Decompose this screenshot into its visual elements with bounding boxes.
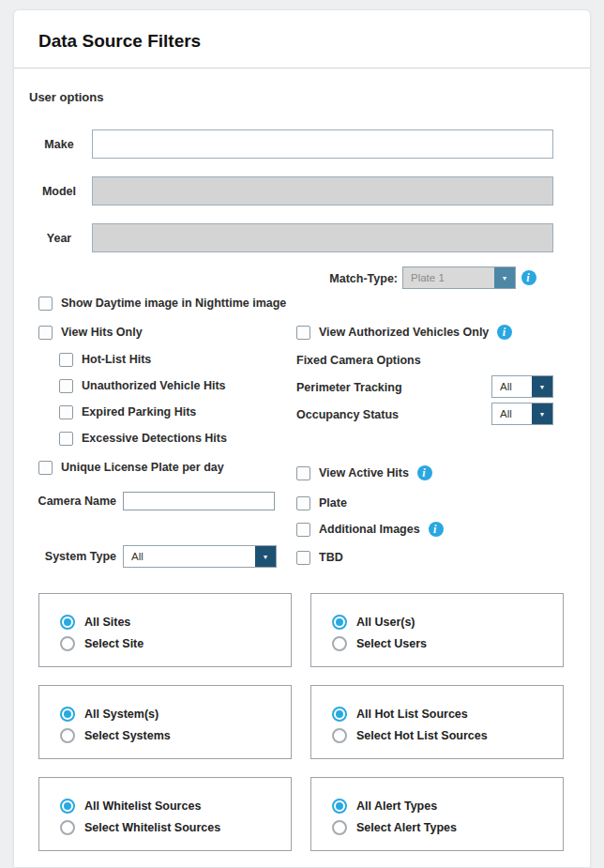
- model-label: Model: [29, 185, 89, 198]
- select-hot-list-sources-radio[interactable]: [332, 728, 347, 743]
- tbd-checkbox[interactable]: [296, 551, 310, 565]
- unauthorized-vehicle-hits-label: Unauthorized Vehicle Hits: [82, 379, 226, 392]
- occupancy-status-dropdown[interactable]: All ▼: [491, 403, 553, 425]
- select-alert-types-radio[interactable]: [332, 820, 347, 835]
- camera-name-input[interactable]: [123, 492, 275, 510]
- match-type-value: Plate 1: [403, 267, 494, 288]
- unique-plate-checkbox[interactable]: [38, 461, 53, 475]
- select-hot-list-sources-label: Select Hot List Sources: [356, 729, 488, 742]
- view-authorized-label: View Authorized Vehicles Only: [319, 326, 489, 339]
- select-systems-radio[interactable]: [60, 728, 75, 743]
- all-users-radio[interactable]: [332, 615, 347, 630]
- hot-list-hits-checkbox[interactable]: [59, 353, 73, 367]
- excessive-detections-hits-row: Excessive Detections Hits: [59, 431, 227, 446]
- year-input: [92, 223, 553, 252]
- chevron-down-icon[interactable]: ▼: [255, 546, 276, 567]
- select-whitelist-sources-radio[interactable]: [60, 820, 75, 835]
- match-type-label: Match-Type:: [295, 272, 398, 285]
- all-sites-radio[interactable]: [60, 615, 75, 630]
- additional-images-info-icon[interactable]: i: [429, 522, 444, 537]
- radio-row: Select Systems: [60, 727, 171, 743]
- plate-row: Plate: [296, 495, 347, 510]
- sites-radio-group: All Sites Select Site: [38, 593, 292, 667]
- radio-row: All System(s): [60, 706, 159, 722]
- whitelist-sources-radio-group: All Whitelist Sources Select Whitelist S…: [38, 777, 292, 851]
- unauthorized-vehicle-hits-checkbox[interactable]: [59, 379, 73, 393]
- excessive-detections-hits-checkbox[interactable]: [59, 432, 73, 446]
- make-row: Make: [14, 129, 590, 159]
- select-site-radio[interactable]: [60, 636, 75, 651]
- perimeter-tracking-dropdown[interactable]: All ▼: [491, 375, 553, 398]
- view-hits-only-checkbox[interactable]: [38, 326, 53, 340]
- match-type-dropdown[interactable]: Plate 1 ▼: [402, 266, 516, 289]
- show-daytime-row: Show Daytime image in Nighttime image: [38, 296, 286, 311]
- plate-checkbox[interactable]: [296, 496, 310, 510]
- select-systems-label: Select Systems: [84, 729, 171, 742]
- chevron-down-icon[interactable]: ▼: [532, 376, 552, 397]
- hot-list-sources-radio-group: All Hot List Sources Select Hot List Sou…: [310, 685, 564, 759]
- all-whitelist-sources-radio[interactable]: [60, 799, 75, 814]
- additional-images-row: Additional Images i: [296, 522, 444, 537]
- occupancy-status-label: Occupancy Status: [296, 408, 399, 421]
- hot-list-hits-label: Hot-List Hits: [82, 353, 151, 366]
- fixed-camera-options-heading: Fixed Camera Options: [296, 354, 421, 367]
- plate-label: Plate: [319, 496, 347, 510]
- alert-types-radio-group: All Alert Types Select Alert Types: [310, 777, 564, 851]
- model-row: Model: [14, 176, 590, 206]
- all-whitelist-sources-label: All Whitelist Sources: [84, 799, 201, 813]
- all-hot-list-sources-radio[interactable]: [332, 707, 347, 722]
- select-users-radio[interactable]: [332, 636, 347, 651]
- radio-row: Select Users: [332, 635, 427, 651]
- view-active-hits-row: View Active Hits i: [296, 465, 432, 480]
- view-active-hits-checkbox[interactable]: [296, 466, 310, 480]
- all-alert-types-label: All Alert Types: [356, 799, 437, 813]
- excessive-detections-hits-label: Excessive Detections Hits: [82, 432, 227, 445]
- radio-row: Select Site: [60, 635, 143, 651]
- view-active-hits-info-icon[interactable]: i: [417, 465, 432, 480]
- data-source-filters-panel: Data Source Filters User options Make Mo…: [13, 9, 591, 868]
- all-alert-types-radio[interactable]: [332, 799, 347, 814]
- radio-row: Select Whitelist Sources: [60, 819, 220, 835]
- make-input[interactable]: [92, 129, 553, 159]
- additional-images-checkbox[interactable]: [296, 523, 310, 537]
- header-divider: [14, 68, 590, 69]
- system-type-value: All: [124, 546, 255, 567]
- all-users-label: All User(s): [356, 616, 415, 629]
- year-row: Year: [14, 223, 590, 252]
- select-whitelist-sources-label: Select Whitelist Sources: [84, 821, 220, 834]
- match-type-info-icon[interactable]: i: [521, 270, 536, 285]
- user-options-heading: User options: [29, 90, 103, 104]
- all-hot-list-sources-label: All Hot List Sources: [356, 708, 468, 721]
- view-active-hits-label: View Active Hits: [319, 466, 409, 480]
- all-systems-radio[interactable]: [60, 707, 75, 722]
- expired-parking-hits-row: Expired Parking Hits: [59, 404, 196, 419]
- chevron-down-icon[interactable]: ▼: [494, 267, 515, 288]
- expired-parking-hits-checkbox[interactable]: [59, 405, 73, 419]
- select-alert-types-label: Select Alert Types: [356, 821, 457, 834]
- model-input: [92, 176, 553, 206]
- unique-plate-label: Unique License Plate per day: [61, 461, 224, 474]
- all-systems-label: All System(s): [84, 708, 159, 721]
- make-label: Make: [29, 138, 89, 151]
- select-users-label: Select Users: [356, 637, 427, 650]
- tbd-row: TBD: [296, 550, 343, 565]
- radio-row: All Hot List Sources: [332, 706, 468, 722]
- view-authorized-info-icon[interactable]: i: [497, 325, 512, 340]
- select-site-label: Select Site: [84, 637, 143, 650]
- unauthorized-vehicle-hits-row: Unauthorized Vehicle Hits: [59, 378, 226, 393]
- tbd-label: TBD: [319, 551, 343, 564]
- view-hits-only-row: View Hits Only: [38, 325, 143, 340]
- chevron-down-icon[interactable]: ▼: [532, 404, 552, 424]
- additional-images-label: Additional Images: [319, 523, 420, 536]
- radio-row: All User(s): [332, 614, 415, 630]
- users-radio-group: All User(s) Select Users: [310, 593, 564, 667]
- view-hits-only-label: View Hits Only: [61, 326, 143, 339]
- radio-row: All Whitelist Sources: [60, 798, 201, 814]
- system-type-dropdown[interactable]: All ▼: [123, 545, 277, 568]
- all-sites-label: All Sites: [84, 616, 130, 629]
- occupancy-status-value: All: [492, 404, 532, 424]
- view-authorized-checkbox[interactable]: [296, 326, 310, 340]
- unique-plate-row: Unique License Plate per day: [38, 460, 224, 475]
- show-daytime-checkbox[interactable]: [38, 297, 53, 311]
- perimeter-tracking-label: Perimeter Tracking: [296, 381, 402, 394]
